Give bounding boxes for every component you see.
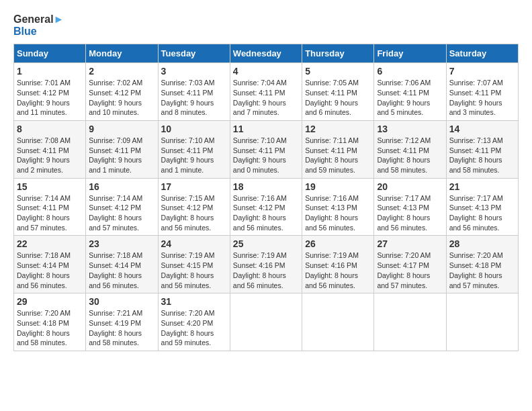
day-number: 13 (377, 124, 443, 134)
weekday-header-monday: Monday (86, 44, 158, 63)
day-info: Sunrise: 7:16 AM Sunset: 4:12 PM Dayligh… (233, 193, 299, 233)
day-number: 5 (305, 66, 371, 77)
logo-line2: Blue (13, 26, 64, 38)
day-number: 15 (17, 181, 83, 192)
day-info: Sunrise: 7:08 AM Sunset: 4:11 PM Dayligh… (17, 136, 83, 175)
week-row-2: 8Sunrise: 7:08 AM Sunset: 4:11 PM Daylig… (14, 120, 519, 178)
day-info: Sunrise: 7:06 AM Sunset: 4:11 PM Dayligh… (377, 78, 443, 118)
day-info: Sunrise: 7:09 AM Sunset: 4:11 PM Dayligh… (89, 136, 154, 175)
day-cell: 6Sunrise: 7:06 AM Sunset: 4:11 PM Daylig… (374, 63, 446, 121)
day-info: Sunrise: 7:12 AM Sunset: 4:11 PM Dayligh… (377, 136, 443, 175)
day-number: 14 (449, 124, 515, 134)
day-info: Sunrise: 7:14 AM Sunset: 4:11 PM Dayligh… (17, 193, 83, 233)
day-cell: 27Sunrise: 7:20 AM Sunset: 4:17 PM Dayli… (374, 236, 446, 293)
day-info: Sunrise: 7:05 AM Sunset: 4:11 PM Dayligh… (305, 78, 371, 118)
day-info: Sunrise: 7:10 AM Sunset: 4:11 PM Dayligh… (161, 136, 227, 175)
day-info: Sunrise: 7:03 AM Sunset: 4:11 PM Dayligh… (161, 78, 227, 118)
day-info: Sunrise: 7:17 AM Sunset: 4:13 PM Dayligh… (377, 193, 443, 233)
day-cell: 8Sunrise: 7:08 AM Sunset: 4:11 PM Daylig… (14, 120, 86, 178)
day-info: Sunrise: 7:16 AM Sunset: 4:13 PM Dayligh… (305, 193, 371, 233)
day-cell: 18Sunrise: 7:16 AM Sunset: 4:12 PM Dayli… (230, 178, 302, 236)
day-cell: 19Sunrise: 7:16 AM Sunset: 4:13 PM Dayli… (302, 178, 374, 236)
day-number: 27 (377, 238, 443, 249)
day-cell: 4Sunrise: 7:04 AM Sunset: 4:11 PM Daylig… (230, 63, 302, 121)
day-info: Sunrise: 7:21 AM Sunset: 4:19 PM Dayligh… (89, 308, 154, 348)
day-info: Sunrise: 7:18 AM Sunset: 4:14 PM Dayligh… (17, 250, 83, 290)
weekday-header-sunday: Sunday (14, 44, 86, 63)
day-cell: 28Sunrise: 7:20 AM Sunset: 4:18 PM Dayli… (446, 236, 518, 293)
weekday-header-tuesday: Tuesday (158, 44, 230, 63)
week-row-3: 15Sunrise: 7:14 AM Sunset: 4:11 PM Dayli… (14, 178, 519, 236)
day-cell: 15Sunrise: 7:14 AM Sunset: 4:11 PM Dayli… (14, 178, 86, 236)
day-cell: 24Sunrise: 7:19 AM Sunset: 4:15 PM Dayli… (158, 236, 230, 293)
day-cell: 23Sunrise: 7:18 AM Sunset: 4:14 PM Dayli… (86, 236, 158, 293)
logo-text: General► Blue (13, 13, 64, 37)
page-container: General► Blue SundayMondayTuesdayWednesd… (13, 13, 519, 351)
day-cell (230, 293, 302, 351)
week-row-5: 29Sunrise: 7:20 AM Sunset: 4:18 PM Dayli… (14, 293, 519, 351)
day-cell: 22Sunrise: 7:18 AM Sunset: 4:14 PM Dayli… (14, 236, 86, 293)
day-info: Sunrise: 7:20 AM Sunset: 4:20 PM Dayligh… (161, 308, 227, 348)
day-cell: 11Sunrise: 7:10 AM Sunset: 4:11 PM Dayli… (230, 120, 302, 178)
day-cell: 31Sunrise: 7:20 AM Sunset: 4:20 PM Dayli… (158, 293, 230, 351)
day-info: Sunrise: 7:04 AM Sunset: 4:11 PM Dayligh… (233, 78, 299, 118)
weekday-header-friday: Friday (374, 44, 446, 63)
day-info: Sunrise: 7:19 AM Sunset: 4:16 PM Dayligh… (233, 250, 299, 290)
calendar-header: SundayMondayTuesdayWednesdayThursdayFrid… (14, 44, 519, 63)
day-cell: 26Sunrise: 7:19 AM Sunset: 4:16 PM Dayli… (302, 236, 374, 293)
day-info: Sunrise: 7:18 AM Sunset: 4:14 PM Dayligh… (89, 250, 154, 290)
week-row-4: 22Sunrise: 7:18 AM Sunset: 4:14 PM Dayli… (14, 236, 519, 293)
header: General► Blue (13, 13, 519, 37)
day-cell: 9Sunrise: 7:09 AM Sunset: 4:11 PM Daylig… (86, 120, 158, 178)
day-info: Sunrise: 7:19 AM Sunset: 4:15 PM Dayligh… (161, 250, 227, 290)
day-cell: 29Sunrise: 7:20 AM Sunset: 4:18 PM Dayli… (14, 293, 86, 351)
day-number: 23 (89, 238, 154, 249)
calendar-table: SundayMondayTuesdayWednesdayThursdayFrid… (13, 44, 519, 351)
day-number: 31 (161, 296, 227, 307)
day-number: 8 (17, 124, 83, 134)
day-number: 2 (89, 66, 154, 77)
day-number: 24 (161, 238, 227, 249)
logo: General► Blue (13, 13, 64, 37)
day-number: 29 (17, 296, 83, 307)
day-info: Sunrise: 7:14 AM Sunset: 4:12 PM Dayligh… (89, 193, 154, 233)
logo-wrapper: General► Blue (13, 13, 64, 37)
day-info: Sunrise: 7:01 AM Sunset: 4:12 PM Dayligh… (17, 78, 83, 118)
day-info: Sunrise: 7:02 AM Sunset: 4:12 PM Dayligh… (89, 78, 154, 118)
day-cell: 3Sunrise: 7:03 AM Sunset: 4:11 PM Daylig… (158, 63, 230, 121)
day-cell: 20Sunrise: 7:17 AM Sunset: 4:13 PM Dayli… (374, 178, 446, 236)
day-number: 7 (449, 66, 515, 77)
day-number: 1 (17, 66, 83, 77)
day-number: 25 (233, 238, 299, 249)
day-cell: 30Sunrise: 7:21 AM Sunset: 4:19 PM Dayli… (86, 293, 158, 351)
day-cell: 12Sunrise: 7:11 AM Sunset: 4:11 PM Dayli… (302, 120, 374, 178)
day-number: 21 (449, 181, 515, 192)
logo-line1: General► (13, 13, 64, 26)
day-info: Sunrise: 7:19 AM Sunset: 4:16 PM Dayligh… (305, 250, 371, 290)
day-cell: 21Sunrise: 7:17 AM Sunset: 4:13 PM Dayli… (446, 178, 518, 236)
day-info: Sunrise: 7:13 AM Sunset: 4:11 PM Dayligh… (449, 136, 515, 175)
day-cell: 17Sunrise: 7:15 AM Sunset: 4:12 PM Dayli… (158, 178, 230, 236)
day-cell: 2Sunrise: 7:02 AM Sunset: 4:12 PM Daylig… (86, 63, 158, 121)
day-cell: 13Sunrise: 7:12 AM Sunset: 4:11 PM Dayli… (374, 120, 446, 178)
day-info: Sunrise: 7:15 AM Sunset: 4:12 PM Dayligh… (161, 193, 227, 233)
day-number: 30 (89, 296, 154, 307)
day-cell: 1Sunrise: 7:01 AM Sunset: 4:12 PM Daylig… (14, 63, 86, 121)
day-info: Sunrise: 7:20 AM Sunset: 4:18 PM Dayligh… (17, 308, 83, 348)
day-number: 12 (305, 124, 371, 134)
day-cell: 7Sunrise: 7:07 AM Sunset: 4:11 PM Daylig… (446, 63, 518, 121)
day-info: Sunrise: 7:10 AM Sunset: 4:11 PM Dayligh… (233, 136, 299, 175)
calendar-body: 1Sunrise: 7:01 AM Sunset: 4:12 PM Daylig… (14, 63, 519, 351)
day-info: Sunrise: 7:17 AM Sunset: 4:13 PM Dayligh… (449, 193, 515, 233)
day-number: 28 (449, 238, 515, 249)
day-number: 3 (161, 66, 227, 77)
day-number: 6 (377, 66, 443, 77)
day-cell (446, 293, 518, 351)
weekday-header-wednesday: Wednesday (230, 44, 302, 63)
day-cell: 16Sunrise: 7:14 AM Sunset: 4:12 PM Dayli… (86, 178, 158, 236)
day-cell: 10Sunrise: 7:10 AM Sunset: 4:11 PM Dayli… (158, 120, 230, 178)
day-cell: 5Sunrise: 7:05 AM Sunset: 4:11 PM Daylig… (302, 63, 374, 121)
day-info: Sunrise: 7:20 AM Sunset: 4:18 PM Dayligh… (449, 250, 515, 290)
day-number: 10 (161, 124, 227, 134)
day-number: 19 (305, 181, 371, 192)
